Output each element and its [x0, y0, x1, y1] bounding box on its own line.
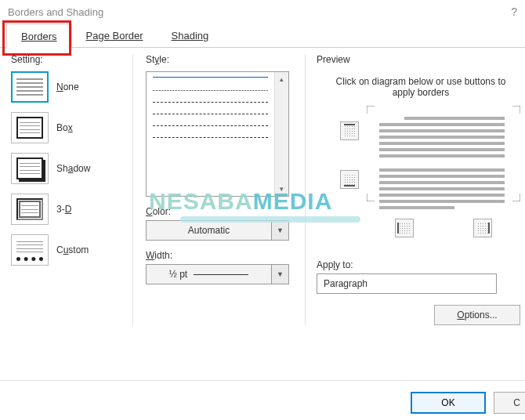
apply-to-label: Apply to:	[317, 259, 525, 270]
tab-strip: Borders Page Border Shading	[0, 24, 525, 48]
corner-br-icon	[512, 194, 520, 201]
preview-hint: Click on diagram below or use buttons to…	[317, 71, 525, 109]
setting-3d-label: 3-D	[56, 204, 71, 215]
width-sample-line	[194, 274, 248, 275]
ok-button[interactable]: OK	[411, 392, 486, 414]
color-value: Automatic	[188, 225, 230, 236]
setting-shadow[interactable]: Shadow	[11, 153, 117, 184]
style-label: Style:	[146, 54, 289, 65]
footer-divider	[0, 380, 525, 381]
scroll-up-icon[interactable]: ▴	[275, 72, 288, 86]
setting-custom[interactable]: Custom	[11, 234, 117, 266]
setting-none-icon	[11, 71, 49, 103]
scroll-down-icon[interactable]: ▾	[275, 182, 288, 196]
dialog-footer: OK C	[411, 392, 525, 414]
tab-shading-label: Shading	[172, 30, 209, 42]
apply-to-value: Paragraph	[324, 278, 368, 289]
corner-bl-icon	[367, 194, 375, 201]
tab-borders-label: Borders	[21, 31, 57, 42]
color-label: Color:	[146, 206, 289, 217]
setting-none[interactable]: None	[11, 71, 117, 103]
style-scrollbar[interactable]: ▴ ▾	[274, 72, 288, 196]
tab-page-border-label: Page Border	[86, 30, 143, 42]
setting-box-icon	[11, 112, 49, 143]
color-dropdown[interactable]: Automatic ▼	[146, 220, 289, 241]
style-option-solid[interactable]	[153, 77, 268, 79]
style-option-dash-dot[interactable]	[153, 137, 268, 138]
chevron-down-icon[interactable]: ▼	[271, 221, 288, 240]
style-option-fine-dash[interactable]	[153, 102, 268, 103]
width-label: Width:	[146, 250, 289, 261]
setting-custom-label: Custom	[56, 244, 89, 255]
options-button[interactable]: Options...	[434, 305, 520, 325]
width-value: ½ pt	[169, 269, 187, 280]
apply-to-dropdown[interactable]: Paragraph	[317, 273, 497, 294]
setting-label: Setting:	[11, 54, 117, 65]
setting-custom-icon	[11, 234, 49, 266]
options-label: Options...	[457, 310, 497, 320]
window-title: Borders and Shading	[8, 6, 103, 18]
setting-3d[interactable]: 3-D	[11, 194, 117, 225]
setting-box[interactable]: Box	[11, 112, 117, 143]
style-list[interactable]: ▴ ▾	[146, 71, 289, 197]
tab-shading[interactable]: Shading	[158, 24, 223, 47]
ok-label: OK	[441, 397, 454, 408]
tab-borders[interactable]: Borders	[6, 24, 72, 48]
style-option-long-dash[interactable]	[153, 125, 268, 126]
width-dropdown[interactable]: ½ pt ▼	[146, 264, 289, 284]
cancel-button[interactable]: C	[494, 392, 525, 414]
setting-box-label: Box	[56, 122, 73, 133]
style-option-dash[interactable]	[153, 114, 268, 114]
border-right-button[interactable]	[473, 219, 492, 237]
preview-diagram[interactable]	[317, 109, 525, 250]
titlebar: Borders and Shading ?	[0, 0, 525, 24]
preview-label: Preview	[317, 54, 525, 65]
style-option-dotted[interactable]	[153, 90, 268, 91]
border-bottom-button[interactable]	[340, 170, 359, 189]
corner-tl-icon	[367, 106, 375, 114]
help-icon[interactable]: ?	[511, 5, 517, 18]
setting-shadow-icon	[11, 153, 49, 184]
setting-shadow-label: Shadow	[56, 163, 90, 174]
corner-tr-icon	[512, 106, 520, 114]
border-left-button[interactable]	[395, 219, 414, 237]
tab-page-border[interactable]: Page Border	[72, 24, 158, 47]
border-top-button[interactable]	[340, 121, 359, 140]
setting-3d-icon	[11, 194, 49, 225]
paragraph-preview-icon	[379, 117, 505, 209]
setting-none-label: None	[56, 81, 79, 92]
chevron-down-icon[interactable]: ▼	[271, 265, 288, 284]
